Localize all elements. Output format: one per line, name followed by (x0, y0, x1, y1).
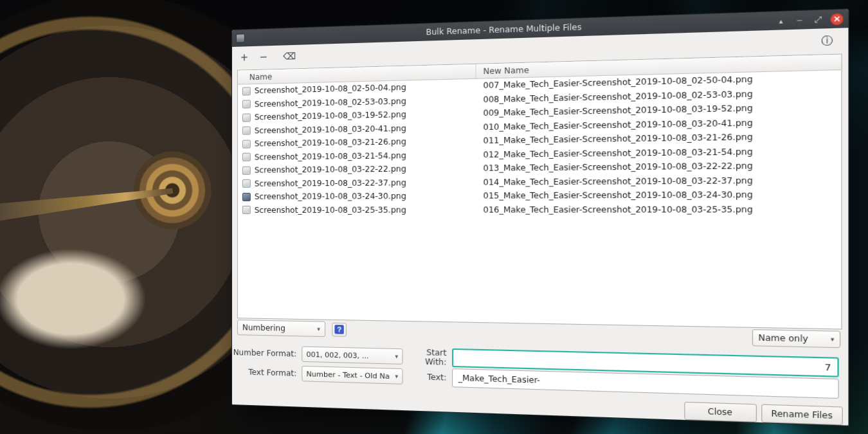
image-file-icon (242, 166, 251, 174)
maximize-icon: ⤢ (815, 14, 822, 24)
clear-list-button[interactable]: ⌫ (282, 49, 296, 64)
number-format-value: 001, 002, 003, ... (306, 350, 368, 360)
text-label: Text: (403, 372, 452, 383)
file-new-name: 013_Make_Tech_Easier-Screenshot_2019-10-… (483, 161, 752, 174)
minimize-icon: − (796, 16, 802, 24)
file-new-name: 014_Make_Tech_Easier-Screenshot_2019-10-… (483, 176, 752, 187)
image-file-icon (242, 87, 251, 95)
image-file-icon (242, 100, 251, 109)
file-name: Screenshot_2019-10-08_03-21-26.png (255, 137, 406, 148)
chevron-down-icon: ▾ (390, 373, 398, 380)
file-new-name: 016_Make_Tech_Easier-Screenshot_2019-10-… (483, 204, 752, 215)
rename-files-button[interactable]: Rename Files (761, 404, 843, 426)
maximize-button[interactable]: ⤢ (811, 14, 825, 26)
start-with-label: Start With: (403, 347, 452, 367)
file-row[interactable]: Screenshot_2019-10-08_03-24-30.png 015_M… (238, 187, 842, 203)
file-name: Screenshot_2019-10-08_03-22-22.png (255, 165, 406, 175)
file-name: Screenshot_2019-10-08_03-20-41.png (255, 123, 406, 135)
chevron-down-icon: ▾ (312, 325, 320, 332)
file-new-name: 015_Make_Tech_Easier-Screenshot_2019-10-… (483, 190, 752, 201)
rename-scope-value: Name only (758, 333, 808, 344)
file-new-name: 011_Make_Tech_Easier-Screenshot_2019-10-… (483, 132, 752, 146)
file-list: Name New Name Screenshot_2019-10-08_02-5… (237, 54, 842, 330)
close-icon: × (833, 14, 841, 24)
file-new-name: 012_Make_Tech_Easier-Screenshot_2019-10-… (483, 147, 752, 159)
shade-button[interactable]: ▴ (774, 14, 787, 26)
bulk-rename-window: Bulk Rename - Rename Multiple Files ▴ − … (231, 8, 849, 426)
rename-mode-select[interactable]: Numbering ▾ (237, 320, 325, 337)
image-file-icon (242, 113, 251, 122)
file-name: Screenshot_2019-10-08_03-24-30.png (255, 192, 406, 201)
about-button[interactable]: ⓘ (818, 32, 836, 48)
rename-mode-value: Numbering (242, 323, 285, 332)
file-row[interactable]: Screenshot_2019-10-08_03-25-35.png 016_M… (238, 202, 842, 217)
text-format-label: Text Format: (232, 367, 296, 378)
chevron-down-icon: ▾ (824, 336, 834, 343)
chevron-down-icon: ▾ (390, 353, 398, 360)
add-files-button[interactable]: + (237, 50, 251, 65)
image-file-icon (242, 179, 251, 188)
shade-icon: ▴ (779, 17, 783, 24)
minimize-button[interactable]: − (793, 14, 806, 26)
text-format-select[interactable]: Number - Text - Old Name ▾ (302, 366, 402, 384)
help-button[interactable]: ? (332, 322, 347, 336)
text-format-value: Number - Text - Old Name (306, 370, 390, 381)
image-file-icon (242, 140, 251, 148)
image-file-icon (242, 206, 251, 214)
window-controls: ▴ − ⤢ × (774, 13, 844, 27)
close-button[interactable]: × (830, 13, 844, 26)
numbering-options: Number Format: 001, 002, 003, ... ▾ Star… (232, 343, 839, 400)
number-format-label: Number Format: (232, 348, 296, 359)
file-name: Screenshot_2019-10-08_03-25-35.png (255, 205, 406, 215)
file-new-name: 010_Make_Tech_Easier-Screenshot_2019-10-… (483, 118, 752, 132)
image-file-icon (242, 127, 251, 135)
file-name: Screenshot_2019-10-08_02-50-04.png (255, 83, 406, 96)
file-name: Screenshot_2019-10-08_03-22-37.png (255, 178, 406, 188)
number-format-select[interactable]: 001, 002, 003, ... ▾ (302, 347, 402, 365)
file-name: Screenshot_2019-10-08_03-19-52.png (255, 110, 406, 122)
close-dialog-button[interactable]: Close (684, 402, 757, 422)
rename-scope-select[interactable]: Name only ▾ (752, 329, 840, 348)
image-file-icon (242, 153, 251, 161)
file-name: Screenshot_2019-10-08_02-53-03.png (255, 96, 406, 109)
image-file-icon (242, 193, 251, 201)
file-name: Screenshot_2019-10-08_03-21-54.png (255, 151, 406, 162)
file-list-body: Screenshot_2019-10-08_02-50-04.png 007_M… (238, 70, 842, 217)
remove-files-button[interactable]: − (257, 50, 271, 64)
help-icon: ? (334, 325, 343, 334)
